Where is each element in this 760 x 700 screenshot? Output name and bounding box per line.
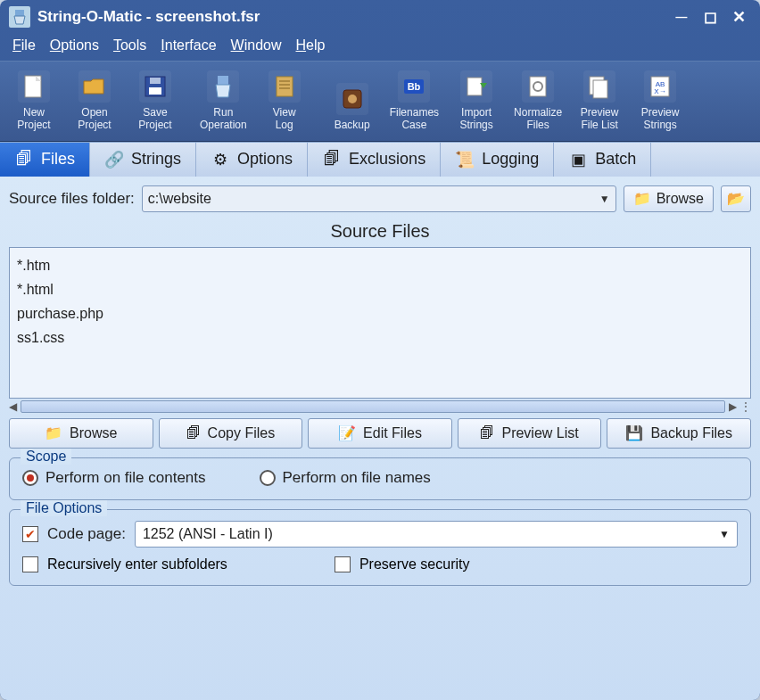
tb-preview-file-list[interactable]: Preview File List bbox=[569, 67, 630, 136]
tab-logging[interactable]: 📜Logging bbox=[441, 143, 554, 177]
browse-folder-button[interactable]: 📁 Browse bbox=[624, 185, 714, 212]
source-folder-row: Source files folder: c:\website ▼ 📁 Brow… bbox=[9, 185, 751, 212]
tb-preview-strings[interactable]: ABX→Preview Strings bbox=[630, 67, 690, 136]
tab-exclusions[interactable]: 🗐Exclusions bbox=[308, 143, 441, 177]
file-options-fieldset: File Options Code page: 1252 (ANSI - Lat… bbox=[9, 509, 751, 586]
terminal-icon: ▣ bbox=[568, 150, 588, 169]
svg-rect-14 bbox=[467, 78, 482, 95]
code-page-combo[interactable]: 1252 (ANSI - Latin I) ▼ bbox=[135, 521, 738, 548]
preserve-security-checkbox-row[interactable]: Preserve security bbox=[335, 556, 470, 572]
run-icon bbox=[207, 70, 239, 103]
tab-bar: 🗐Files 🔗Strings ⚙Options 🗐Exclusions 📜Lo… bbox=[0, 142, 760, 177]
recursive-checkbox-row[interactable]: Recursively enter subfolders bbox=[22, 556, 227, 572]
svg-rect-18 bbox=[593, 80, 607, 98]
tb-filenames-case[interactable]: BbFilenames Case bbox=[383, 67, 446, 136]
close-button[interactable]: ✕ bbox=[726, 7, 751, 27]
edit-icon: 📝 bbox=[338, 424, 356, 441]
horizontal-scrollbar[interactable]: ◀ ▶ ⋮ bbox=[9, 400, 751, 413]
window-title: String-O-Matic - screenshot.fsr bbox=[37, 8, 665, 26]
menu-window[interactable]: Window bbox=[231, 37, 282, 54]
scope-legend: Scope bbox=[21, 449, 71, 465]
tb-run-operation[interactable]: Run Operation bbox=[193, 67, 254, 136]
chevron-down-icon: ▼ bbox=[599, 193, 610, 205]
radio-icon bbox=[22, 470, 38, 486]
tb-backup[interactable]: Backup bbox=[322, 67, 383, 136]
preview-list-button[interactable]: 🗐Preview List bbox=[458, 418, 602, 449]
tb-open-project[interactable]: Open Project bbox=[64, 67, 125, 136]
scope-fieldset: Scope Perform on file contents Perform o… bbox=[9, 457, 751, 500]
list-item[interactable]: ss1.css bbox=[17, 325, 743, 350]
copy-icon: 🗐 bbox=[186, 425, 201, 441]
radio-icon bbox=[260, 470, 276, 486]
preserve-checkbox[interactable] bbox=[335, 556, 351, 572]
menu-file[interactable]: File bbox=[12, 37, 36, 54]
preview-list-icon bbox=[583, 70, 615, 103]
preview-icon: 🗐 bbox=[480, 425, 494, 441]
link-icon: 🔗 bbox=[104, 150, 124, 169]
maximize-button[interactable]: ◻ bbox=[698, 7, 723, 27]
menu-options[interactable]: Options bbox=[50, 37, 99, 54]
tb-save-project[interactable]: Save Project bbox=[125, 67, 186, 136]
backup-files-button[interactable]: 💾Backup Files bbox=[607, 418, 751, 449]
scroll-right-icon[interactable]: ▶ bbox=[729, 400, 737, 413]
menu-help[interactable]: Help bbox=[296, 37, 326, 54]
chevron-down-icon: ▼ bbox=[719, 528, 730, 540]
source-files-heading: Source Files bbox=[9, 221, 751, 242]
svg-rect-5 bbox=[218, 76, 228, 85]
list-item[interactable]: *.htm bbox=[17, 253, 743, 277]
svg-rect-3 bbox=[149, 87, 161, 95]
grip-icon: ⋮ bbox=[740, 400, 751, 413]
copy-files-button[interactable]: 🗐Copy Files bbox=[159, 418, 303, 449]
recursive-checkbox[interactable] bbox=[22, 556, 38, 572]
scroll-track[interactable] bbox=[21, 400, 725, 413]
scroll-left-icon[interactable]: ◀ bbox=[9, 400, 17, 413]
svg-rect-15 bbox=[530, 77, 546, 96]
tb-new-project[interactable]: New Project bbox=[4, 67, 64, 136]
app-window: String-O-Matic - screenshot.fsr ─ ◻ ✕ Fi… bbox=[0, 0, 760, 700]
gear-icon: ⚙ bbox=[211, 150, 230, 169]
list-item[interactable]: purchase.php bbox=[17, 301, 743, 325]
folder-open-icon: 📂 bbox=[727, 190, 745, 207]
log-icon bbox=[268, 70, 301, 103]
menu-interface[interactable]: Interface bbox=[161, 37, 216, 54]
preview-strings-icon: ABX→ bbox=[644, 70, 676, 103]
folder-icon: 📁 bbox=[633, 190, 651, 207]
tab-options[interactable]: ⚙Options bbox=[196, 143, 308, 177]
tab-strings[interactable]: 🔗Strings bbox=[90, 143, 196, 177]
source-folder-label: Source files folder: bbox=[9, 190, 135, 208]
svg-text:Bb: Bb bbox=[408, 81, 421, 92]
source-folder-combo[interactable]: c:\website ▼ bbox=[142, 185, 616, 212]
tb-import-strings[interactable]: Import Strings bbox=[446, 67, 507, 136]
file-actions-row: 📁Browse 🗐Copy Files 📝Edit Files 🗐Preview… bbox=[9, 418, 751, 449]
svg-text:X→: X→ bbox=[654, 87, 665, 95]
edit-files-button[interactable]: 📝Edit Files bbox=[308, 418, 452, 449]
import-icon bbox=[460, 70, 492, 103]
source-files-list[interactable]: *.htm *.html purchase.php ss1.css bbox=[9, 247, 751, 399]
file-new-icon bbox=[18, 70, 50, 103]
save-icon bbox=[139, 70, 171, 103]
code-page-checkbox[interactable] bbox=[22, 526, 38, 542]
tab-files[interactable]: 🗐Files bbox=[0, 143, 90, 177]
radio-contents[interactable]: Perform on file contents bbox=[22, 469, 206, 487]
tb-view-log[interactable]: View Log bbox=[254, 67, 315, 136]
menubar: File Options Tools Interface Window Help bbox=[0, 34, 760, 61]
file-options-legend: File Options bbox=[21, 500, 107, 516]
scroll-icon: 📜 bbox=[455, 150, 475, 169]
menu-tools[interactable]: Tools bbox=[113, 37, 146, 54]
tb-normalize-files[interactable]: Normalize Files bbox=[507, 67, 569, 136]
svg-rect-6 bbox=[277, 77, 293, 96]
svg-rect-4 bbox=[150, 78, 161, 84]
tab-batch[interactable]: ▣Batch bbox=[554, 143, 651, 177]
exclude-icon: 🗐 bbox=[322, 150, 342, 169]
app-icon bbox=[9, 6, 30, 28]
content-panel: Source files folder: c:\website ▼ 📁 Brow… bbox=[0, 177, 760, 700]
source-folder-value: c:\website bbox=[148, 191, 211, 207]
backup-icon bbox=[336, 83, 368, 115]
list-item[interactable]: *.html bbox=[17, 277, 743, 301]
browse-files-button[interactable]: 📁Browse bbox=[9, 418, 153, 449]
minimize-button[interactable]: ─ bbox=[669, 7, 694, 27]
normalize-icon bbox=[522, 70, 554, 103]
open-folder-button[interactable]: 📂 bbox=[721, 185, 751, 212]
folder-open-icon bbox=[78, 70, 111, 103]
radio-names[interactable]: Perform on file names bbox=[260, 469, 431, 487]
